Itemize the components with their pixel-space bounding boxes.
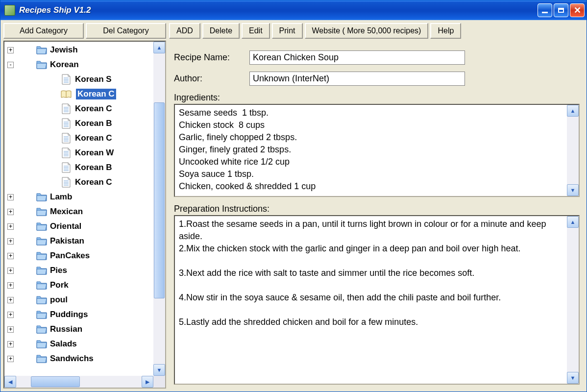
tree-category[interactable]: +Russian: [7, 322, 152, 337]
add-category-button[interactable]: Add Category: [3, 23, 84, 39]
tree-item-label[interactable]: Pakistan: [50, 236, 84, 246]
tree-category[interactable]: -Korean: [7, 57, 152, 72]
expand-toggle[interactable]: +: [7, 238, 14, 245]
tree-item-label[interactable]: Puddings: [50, 310, 88, 319]
minimize-button[interactable]: [538, 3, 552, 17]
delete-button[interactable]: Delete: [202, 23, 240, 39]
del-category-button[interactable]: Del Category: [86, 23, 166, 39]
tree-item-label[interactable]: Korean B: [75, 163, 112, 172]
tree-recipe-item[interactable]: Korean S: [7, 72, 152, 87]
tree-recipe-item[interactable]: Korean C: [7, 175, 152, 190]
instructions-textarea[interactable]: 1.Roast the sesame seeds in a pan, until…: [174, 215, 580, 385]
tree-item-label[interactable]: Russian: [50, 324, 82, 334]
expand-toggle[interactable]: +: [7, 268, 14, 274]
expand-toggle[interactable]: +: [7, 341, 14, 347]
tree-item-label[interactable]: Pork: [50, 280, 69, 290]
tree-item-label[interactable]: Korean S: [75, 74, 112, 84]
tree-item-label[interactable]: Korean C: [75, 104, 112, 114]
scroll-down-icon[interactable]: ▼: [567, 372, 579, 384]
scroll-up-icon[interactable]: ▲: [567, 216, 579, 228]
tree-category[interactable]: +Jewish: [7, 43, 152, 57]
ingredients-scrollbar[interactable]: ▲ ▼: [567, 105, 579, 196]
expand-toggle[interactable]: +: [7, 223, 14, 230]
tree-item-label[interactable]: Korean: [50, 60, 79, 70]
folder-icon: [36, 295, 47, 304]
tree-recipe-item[interactable]: Korean B: [7, 116, 152, 131]
tree-recipe-item[interactable]: Korean B: [7, 160, 152, 175]
print-button[interactable]: Print: [272, 23, 303, 39]
tree-item-label[interactable]: Korean W: [75, 148, 114, 158]
tree-item-label[interactable]: Korean C: [75, 133, 112, 143]
recipe-name-input[interactable]: Korean Chicken Soup: [249, 50, 465, 65]
document-icon: [61, 177, 71, 188]
scroll-right-icon[interactable]: ▶: [142, 376, 153, 388]
document-icon: [61, 103, 71, 114]
tree-category[interactable]: +Oriental: [7, 219, 152, 234]
ingredients-content[interactable]: Sesame seeds 1 tbsp. Chicken stock 8 cup…: [175, 105, 567, 196]
tree-recipe-item[interactable]: Korean C: [7, 101, 152, 116]
tree-item-label[interactable]: Mexican: [50, 207, 83, 217]
tree-horizontal-scrollbar[interactable]: ◀ ▶: [4, 376, 153, 388]
document-icon: [61, 147, 71, 158]
tree-category[interactable]: +Puddings: [7, 307, 152, 322]
expand-toggle[interactable]: +: [7, 356, 14, 362]
tree-recipe-item[interactable]: Korean C: [7, 87, 152, 101]
maximize-button[interactable]: [554, 3, 568, 17]
scroll-left-icon[interactable]: ◀: [4, 376, 16, 388]
tree-item-label[interactable]: Oriental: [50, 221, 81, 231]
scroll-thumb[interactable]: [31, 376, 80, 387]
expand-toggle[interactable]: +: [7, 326, 14, 333]
tree-category[interactable]: +Pork: [7, 278, 152, 293]
tree-recipe-item[interactable]: Korean W: [7, 146, 152, 160]
expand-toggle[interactable]: +: [7, 47, 14, 53]
folder-icon: [36, 281, 47, 290]
ingredients-textarea[interactable]: Sesame seeds 1 tbsp. Chicken stock 8 cup…: [174, 104, 580, 197]
title-bar[interactable]: Recipes Ship V1.2 ✕: [0, 0, 587, 20]
tree-item-label[interactable]: Korean B: [75, 119, 112, 128]
folder-icon: [36, 222, 47, 231]
tree-item-label[interactable]: Lamb: [50, 192, 72, 202]
tree-category[interactable]: +PanCakes: [7, 248, 152, 263]
tree-category[interactable]: +Mexican: [7, 204, 152, 219]
expand-toggle[interactable]: +: [7, 297, 14, 303]
tree-category[interactable]: +poul: [7, 293, 152, 307]
tree-item-label[interactable]: PanCakes: [50, 251, 90, 261]
author-input[interactable]: Unknown (InterNet): [249, 72, 465, 86]
expand-toggle[interactable]: +: [7, 209, 14, 215]
expand-toggle[interactable]: +: [7, 312, 14, 318]
website-button[interactable]: Website ( More 50,000 recipes): [305, 23, 429, 39]
scroll-up-icon[interactable]: ▲: [567, 105, 579, 117]
tree-item-label[interactable]: Pies: [50, 266, 67, 275]
tree-recipe-item[interactable]: Korean C: [7, 131, 152, 146]
expand-toggle[interactable]: +: [7, 282, 14, 289]
expand-toggle[interactable]: -: [7, 62, 14, 68]
help-button[interactable]: Help: [430, 23, 461, 39]
expand-toggle[interactable]: +: [7, 194, 14, 200]
tree-item-label[interactable]: Salads: [50, 339, 77, 349]
tree-item-label[interactable]: Korean C: [76, 89, 116, 99]
folder-icon: [36, 325, 47, 334]
add-button[interactable]: ADD: [169, 23, 200, 39]
tree-category[interactable]: +Lamb: [7, 190, 152, 204]
scroll-up-icon[interactable]: ▲: [153, 42, 165, 53]
instructions-scrollbar[interactable]: ▲ ▼: [567, 216, 579, 384]
tree-item-label[interactable]: Korean C: [75, 177, 112, 187]
close-button[interactable]: ✕: [570, 3, 585, 17]
instructions-content[interactable]: 1.Roast the sesame seeds in a pan, until…: [175, 216, 567, 384]
scroll-down-icon[interactable]: ▼: [153, 364, 165, 376]
tree-category[interactable]: +Pakistan: [7, 234, 152, 248]
tree-item-label[interactable]: Sandwichs: [50, 354, 94, 364]
scroll-thumb[interactable]: [154, 102, 165, 298]
expand-toggle[interactable]: +: [7, 253, 14, 259]
tree-item-label[interactable]: poul: [50, 295, 68, 305]
category-tree[interactable]: +Jewish-KoreanKorean SKorean CKorean CKo…: [3, 41, 166, 389]
ingredients-label: Ingredients:: [174, 93, 580, 103]
tree-item-label[interactable]: Jewish: [50, 45, 78, 55]
folder-icon: [36, 207, 47, 216]
tree-category[interactable]: +Sandwichs: [7, 351, 152, 366]
tree-category[interactable]: +Pies: [7, 263, 152, 278]
edit-button[interactable]: Edit: [242, 23, 270, 39]
scroll-down-icon[interactable]: ▼: [567, 184, 579, 196]
tree-category[interactable]: +Salads: [7, 337, 152, 351]
tree-vertical-scrollbar[interactable]: ▲ ▼: [153, 42, 165, 376]
